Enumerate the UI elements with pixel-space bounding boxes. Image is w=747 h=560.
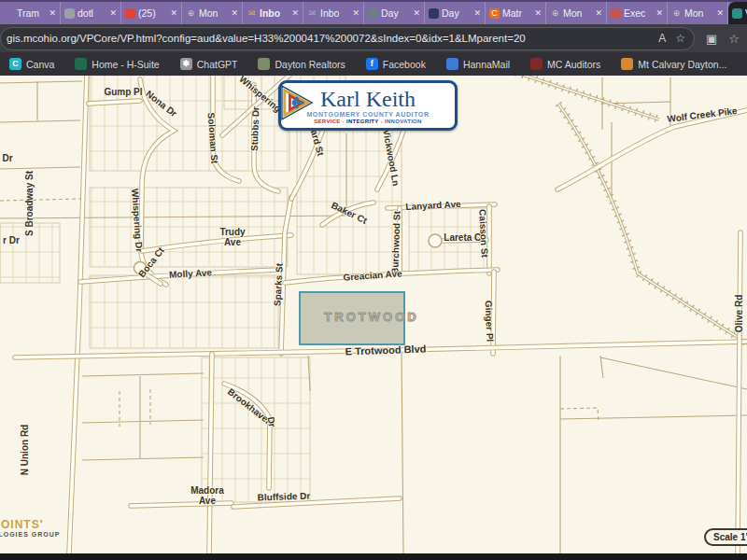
tab-mon-2[interactable]: ⊕Mon✕ <box>546 2 607 24</box>
bottom-edge-bar <box>0 553 747 560</box>
tab-favicon <box>368 8 378 19</box>
tab-close-icon[interactable]: ✕ <box>231 8 238 18</box>
tab-close-icon[interactable]: ✕ <box>655 8 663 18</box>
map-viewport[interactable]: Gump Pl Nona Dr Soloman St Whispering Dr… <box>0 76 747 553</box>
tab-mon-1[interactable]: ⊕Mon✕ <box>182 2 243 24</box>
tab-close-icon[interactable]: ✕ <box>473 8 481 18</box>
tab-close-icon[interactable]: ✕ <box>413 8 420 18</box>
bookmark-mc-auditors[interactable]: MC Auditors <box>530 58 600 70</box>
tab-close-icon[interactable]: ✕ <box>170 8 177 18</box>
bookmark-chatgpt[interactable]: ✱ChatGPT <box>180 58 238 70</box>
mc-auditors-icon <box>530 58 543 70</box>
tab-favicon <box>64 8 75 19</box>
globe-icon: ⊕ <box>671 8 682 19</box>
tab-25[interactable]: (25)✕ <box>121 2 182 24</box>
tab-close-icon[interactable]: ✕ <box>534 8 542 18</box>
bookmark-dayton-realtors[interactable]: Dayton Realtors <box>258 58 345 70</box>
tab-day-2[interactable]: Day✕ <box>425 2 486 24</box>
tab-close-icon[interactable]: ✕ <box>595 8 602 18</box>
map-credit-logo: POINTS' OLOGIES GROUP <box>0 518 61 539</box>
favorite-star-icon[interactable]: ☆ <box>675 33 685 44</box>
tab-favicon <box>732 8 742 19</box>
tab-favicon: C <box>489 8 500 19</box>
tab-dotl[interactable]: dotl✕ <box>61 2 121 24</box>
read-aloud-icon[interactable]: A <box>658 33 666 44</box>
tab-close-icon[interactable]: ✕ <box>109 8 117 18</box>
tab-day-1[interactable]: Day✕ <box>364 2 425 24</box>
facebook-icon: f <box>366 58 378 70</box>
auditor-logo-mark-icon <box>281 83 313 122</box>
tab-close-icon[interactable]: ✕ <box>352 8 359 18</box>
mt-calvary-icon <box>621 58 633 70</box>
screen: Tram✕ dotl✕ (25)✕ ⊕Mon✕ ✉Inbo✕ ✉Inbo✕ Da… <box>0 0 747 560</box>
collections-icon[interactable]: ▣ <box>706 33 717 45</box>
browser-address-bar: gis.mcohio.org/VPCore/VP.html?config=aud… <box>0 24 747 52</box>
url-text[interactable]: gis.mcohio.org/VPCore/VP.html?config=aud… <box>7 33 649 44</box>
h-suite-icon <box>75 58 87 70</box>
street-map-svg <box>0 76 747 553</box>
browser-tab-bar: Tram✕ dotl✕ (25)✕ ⊕Mon✕ ✉Inbo✕ ✉Inbo✕ Da… <box>0 0 747 24</box>
globe-icon: ⊕ <box>550 8 560 19</box>
globe-icon: ⊕ <box>186 8 196 19</box>
boca-culdesac <box>134 262 147 274</box>
mail-icon: ✉ <box>307 8 317 19</box>
lareta-culdesac <box>429 234 442 247</box>
tab-favicon <box>611 8 621 19</box>
url-input[interactable]: gis.mcohio.org/VPCore/VP.html?config=aud… <box>0 27 695 50</box>
bookmark-h-suite[interactable]: Home - H-Suite <box>75 58 159 70</box>
bookmark-facebook[interactable]: fFacebook <box>366 58 426 70</box>
tab-inbox-1[interactable]: ✉Inbo✕ <box>243 2 303 24</box>
bookmark-canva[interactable]: CCanva <box>9 58 54 70</box>
bookmark-mt-calvary[interactable]: Mt Calvary Dayton... <box>621 58 726 70</box>
tab-favicon <box>125 8 135 19</box>
tab-favicon <box>429 8 439 19</box>
tab-matrix[interactable]: CMatr✕ <box>486 2 546 24</box>
selected-parcel[interactable] <box>300 292 404 344</box>
tab-close-icon[interactable]: ✕ <box>716 8 724 18</box>
auditor-logo: Karl Keith MONTGOMERY COUNTY AUDITOR SER… <box>278 80 458 131</box>
tab-close-icon[interactable]: ✕ <box>291 8 299 18</box>
tab-exec[interactable]: Exec✕ <box>607 2 668 24</box>
tab-tram[interactable]: Tram✕ <box>0 2 61 24</box>
tab-mon-3[interactable]: ⊕Mon✕ <box>668 2 728 24</box>
tab-close-icon[interactable]: ✕ <box>49 8 56 18</box>
canva-icon: C <box>9 58 21 70</box>
scale-indicator: Scale 1" = <box>704 528 747 546</box>
bookmarks-bar: CCanva Home - H-Suite ✱ChatGPT Dayton Re… <box>0 52 747 76</box>
dayton-realtors-icon <box>258 58 270 70</box>
favorites-bar-icon[interactable]: ☆ <box>728 33 740 45</box>
tab-inbox-2[interactable]: ✉Inbo✕ <box>303 2 364 24</box>
bookmark-hannamail[interactable]: HannaMail <box>446 58 510 70</box>
mail-icon: ✉ <box>247 8 257 19</box>
hannamail-icon <box>446 58 458 70</box>
chatgpt-icon: ✱ <box>180 58 192 70</box>
tab-favicon <box>4 8 14 19</box>
tab-vp-core-active[interactable]: VP C✕ <box>728 2 747 24</box>
